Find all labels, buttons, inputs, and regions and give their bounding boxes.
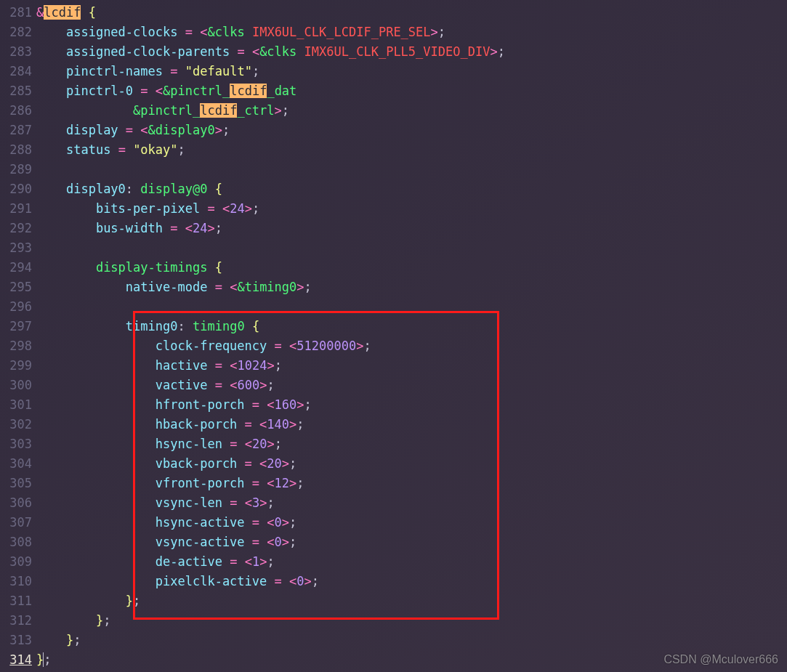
code-line[interactable]: pixelclk-active = <0>; xyxy=(36,572,787,591)
code-area[interactable]: &lcdif { assigned-clocks = <&clks IMX6UL… xyxy=(36,3,787,670)
code-line[interactable]: vback-porch = <20>; xyxy=(36,454,787,474)
code-line[interactable]: status = "okay"; xyxy=(36,140,787,160)
code-line[interactable]: timing0: timing0 { xyxy=(36,317,787,336)
code-line[interactable]: bits-per-pixel = <24>; xyxy=(36,199,787,219)
line-number: 293 xyxy=(0,238,32,258)
code-line[interactable]: }; xyxy=(36,631,787,650)
code-line[interactable]: display = <&display0>; xyxy=(36,121,787,140)
line-number: 303 xyxy=(0,434,32,454)
line-number: 297 xyxy=(0,317,32,336)
code-line[interactable]: native-mode = <&timing0>; xyxy=(36,278,787,297)
line-number: 295 xyxy=(0,278,32,297)
code-line[interactable]: }; xyxy=(36,611,787,631)
code-line[interactable]: pinctrl-names = "default"; xyxy=(36,62,787,81)
line-number: 292 xyxy=(0,219,32,238)
code-line[interactable]: &lcdif { xyxy=(36,3,787,23)
code-line[interactable]: vfront-porch = <12>; xyxy=(36,474,787,493)
line-number: 309 xyxy=(0,552,32,572)
line-number: 282 xyxy=(0,23,32,42)
line-number: 312 xyxy=(0,611,32,631)
code-line[interactable]: pinctrl-0 = <&pinctrl_lcdif_dat xyxy=(36,81,787,101)
watermark-text: CSDN @Mculover666 xyxy=(663,649,778,669)
code-line[interactable]: &pinctrl_lcdif_ctrl>; xyxy=(36,101,787,121)
line-number: 299 xyxy=(0,356,32,376)
line-number: 288 xyxy=(0,140,32,160)
line-number: 294 xyxy=(0,258,32,278)
code-line[interactable]: vactive = <600>; xyxy=(36,376,787,395)
line-number: 310 xyxy=(0,572,32,591)
code-line[interactable]: assigned-clock-parents = <&clks IMX6UL_C… xyxy=(36,42,787,62)
code-line[interactable]: }; xyxy=(36,591,787,611)
line-number: 290 xyxy=(0,179,32,199)
code-line[interactable] xyxy=(36,160,787,179)
line-number: 286 xyxy=(0,101,32,121)
line-number: 307 xyxy=(0,513,32,533)
line-number: 298 xyxy=(0,336,32,356)
line-number: 314 xyxy=(0,650,32,670)
code-line[interactable]: hactive = <1024>; xyxy=(36,356,787,376)
line-number: 284 xyxy=(0,62,32,81)
line-number: 291 xyxy=(0,199,32,219)
code-line[interactable]: hfront-porch = <160>; xyxy=(36,395,787,415)
line-number: 313 xyxy=(0,631,32,650)
code-line[interactable]: vsync-len = <3>; xyxy=(36,493,787,513)
code-line[interactable] xyxy=(36,238,787,258)
line-number: 281 xyxy=(0,3,32,23)
line-number-gutter: 2812822832842852862872882892902912922932… xyxy=(0,3,36,670)
line-number: 289 xyxy=(0,160,32,179)
code-line[interactable]: hback-porch = <140>; xyxy=(36,415,787,434)
code-line[interactable]: assigned-clocks = <&clks IMX6UL_CLK_LCDI… xyxy=(36,23,787,42)
code-line[interactable] xyxy=(36,297,787,317)
line-number: 306 xyxy=(0,493,32,513)
code-line[interactable]: vsync-active = <0>; xyxy=(36,533,787,552)
line-number: 300 xyxy=(0,376,32,395)
line-number: 302 xyxy=(0,415,32,434)
line-number: 305 xyxy=(0,474,32,493)
line-number: 311 xyxy=(0,591,32,611)
code-line[interactable]: clock-frequency = <51200000>; xyxy=(36,336,787,356)
code-line[interactable]: hsync-len = <20>; xyxy=(36,434,787,454)
code-line[interactable]: display-timings { xyxy=(36,258,787,278)
line-number: 287 xyxy=(0,121,32,140)
code-line[interactable]: de-active = <1>; xyxy=(36,552,787,572)
line-number: 283 xyxy=(0,42,32,62)
line-number: 308 xyxy=(0,533,32,552)
line-number: 304 xyxy=(0,454,32,474)
code-editor[interactable]: 2812822832842852862872882892902912922932… xyxy=(0,0,787,670)
code-line[interactable]: bus-width = <24>; xyxy=(36,219,787,238)
line-number: 301 xyxy=(0,395,32,415)
code-line[interactable]: hsync-active = <0>; xyxy=(36,513,787,533)
line-number: 296 xyxy=(0,297,32,317)
code-line[interactable]: display0: display@0 { xyxy=(36,179,787,199)
line-number: 285 xyxy=(0,81,32,101)
